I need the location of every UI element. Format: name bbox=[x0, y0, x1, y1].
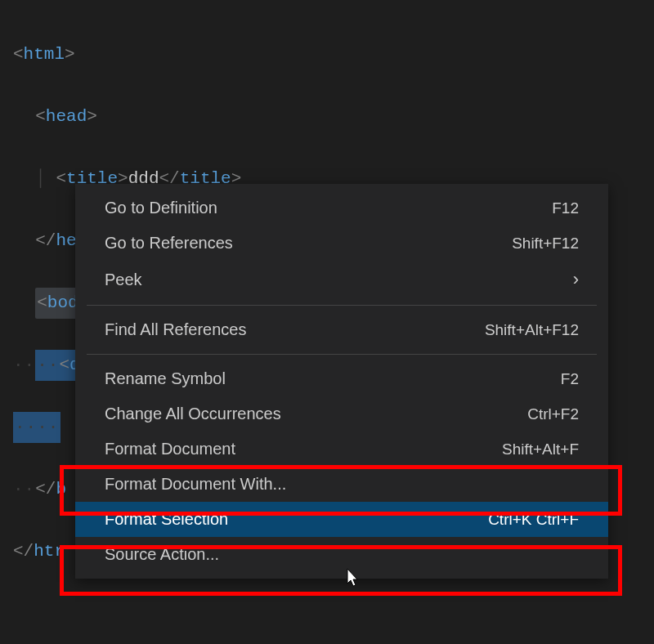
menu-label: Format Document With... bbox=[105, 475, 286, 494]
menu-format-document-with[interactable]: Format Document With... bbox=[75, 467, 608, 502]
menu-rename-symbol[interactable]: Rename Symbol F2 bbox=[75, 361, 608, 396]
menu-label: Format Document bbox=[105, 440, 235, 458]
menu-format-document[interactable]: Format Document Shift+Alt+F bbox=[75, 432, 608, 467]
menu-shortcut: F12 bbox=[552, 199, 579, 217]
menu-shortcut: Shift+Alt+F12 bbox=[485, 321, 579, 339]
menu-format-selection[interactable]: Format Selection Ctrl+K Ctrl+F bbox=[75, 502, 608, 537]
code-line-2: <head> bbox=[13, 101, 349, 132]
menu-shortcut: F2 bbox=[561, 370, 579, 388]
menu-find-all-references[interactable]: Find All References Shift+Alt+F12 bbox=[75, 312, 608, 347]
menu-peek[interactable]: Peek › bbox=[75, 261, 608, 298]
menu-label: Source Action... bbox=[105, 545, 219, 564]
menu-label: Go to References bbox=[105, 234, 233, 253]
menu-label: Find All References bbox=[105, 320, 246, 339]
chevron-right-icon: › bbox=[573, 269, 579, 290]
menu-shortcut: Ctrl+K Ctrl+F bbox=[488, 511, 579, 529]
code-line-1: <html> bbox=[13, 39, 349, 70]
menu-shortcut: Ctrl+F2 bbox=[527, 405, 579, 423]
menu-label: Go to Definition bbox=[105, 199, 217, 217]
menu-label: Format Selection bbox=[105, 510, 228, 529]
menu-label: Rename Symbol bbox=[105, 369, 226, 388]
menu-shortcut: Shift+F12 bbox=[512, 235, 579, 253]
menu-change-all-occurrences[interactable]: Change All Occurrences Ctrl+F2 bbox=[75, 396, 608, 432]
menu-label: Change All Occurrences bbox=[105, 405, 281, 423]
menu-label: Peek bbox=[105, 271, 142, 289]
menu-separator bbox=[87, 354, 597, 355]
menu-source-action[interactable]: Source Action... bbox=[75, 537, 608, 572]
menu-shortcut: Shift+Alt+F bbox=[502, 441, 579, 458]
menu-go-to-references[interactable]: Go to References Shift+F12 bbox=[75, 226, 608, 261]
menu-separator bbox=[87, 305, 597, 306]
menu-go-to-definition[interactable]: Go to Definition F12 bbox=[75, 190, 608, 226]
context-menu: Go to Definition F12 Go to References Sh… bbox=[75, 184, 608, 579]
